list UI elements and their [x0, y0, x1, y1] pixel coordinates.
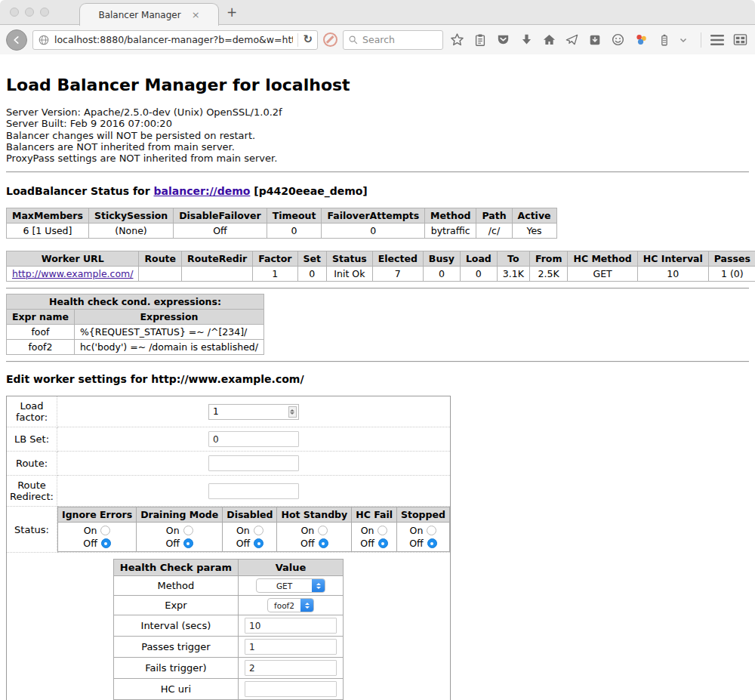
overflow-chevron-icon[interactable]	[679, 31, 689, 49]
ignore-errors-off-radio[interactable]	[101, 538, 111, 548]
column-header: Set	[297, 251, 326, 267]
on-label: On	[410, 525, 424, 536]
expr-name-cell: foof	[7, 325, 75, 340]
column-header: Draining Mode	[137, 507, 223, 523]
column-header: Expr name	[7, 310, 75, 325]
close-tab-icon[interactable]: ×	[192, 9, 200, 20]
on-label: On	[236, 525, 250, 536]
fails-input[interactable]	[245, 660, 337, 676]
column-header: HC Method	[568, 251, 637, 267]
hot-standby-off-radio[interactable]	[319, 538, 328, 548]
column-header: Passes	[708, 251, 755, 267]
on-label: On	[361, 525, 374, 536]
table-cell: 0	[267, 224, 322, 239]
stopped-on-radio[interactable]	[427, 526, 436, 535]
expr-table-title: Health check cond. expressions:	[7, 294, 264, 310]
route-input[interactable]	[208, 455, 299, 471]
expr-name-cell: foof2	[7, 340, 75, 355]
number-stepper-icon[interactable]	[288, 406, 297, 418]
route-redirect-input[interactable]	[208, 483, 299, 499]
health-check-param-table: Health Check param Value Method GET	[113, 559, 344, 700]
ignore-errors-on-radio[interactable]	[100, 526, 110, 535]
edit-worker-form: Load factor: 1 LB Set: Route:	[6, 396, 451, 700]
maximize-window-button[interactable]	[40, 8, 49, 17]
divider	[6, 288, 749, 289]
form-row-load-factor: Load factor: 1	[7, 396, 451, 427]
load-factor-input[interactable]: 1	[208, 404, 299, 420]
form-row-health-check: Health Check param Value Method GET	[7, 553, 451, 700]
home-icon[interactable]	[541, 31, 558, 49]
route-redirect-cell	[57, 476, 451, 507]
stopped-off-radio[interactable]	[427, 538, 437, 548]
reload-button[interactable]: ↻	[303, 34, 313, 45]
status-cell-hot-standby: On Off	[277, 523, 352, 552]
search-bar[interactable]	[343, 30, 443, 50]
hc-uri-label: HC uri	[113, 679, 238, 700]
chat-smiley-icon[interactable]	[609, 31, 627, 49]
interval-input[interactable]	[245, 618, 337, 634]
draining-mode-on-radio[interactable]	[183, 526, 193, 535]
table-title-row: Health check cond. expressions:	[7, 294, 264, 310]
lb-set-input[interactable]	[208, 431, 299, 447]
column-header: Value	[239, 560, 344, 576]
extension-colored-dots-icon[interactable]	[633, 31, 650, 49]
expr-row: foof2 hc('body') =~ /domain is establish…	[7, 340, 264, 355]
worker-url-link[interactable]: http://www.example.com/	[12, 268, 133, 279]
method-select[interactable]: GET	[256, 578, 325, 593]
url-text[interactable]: localhost:8880/balancer-manager?b=demo&w…	[54, 34, 293, 45]
close-window-button[interactable]	[10, 8, 19, 17]
hc-fail-off-radio[interactable]	[378, 538, 388, 548]
disabled-on-radio[interactable]	[254, 526, 263, 535]
divider	[6, 361, 749, 362]
bookmark-star-icon[interactable]	[448, 31, 466, 49]
status-cell-ignore-errors: On Off	[58, 523, 137, 552]
table-cell: 0	[322, 224, 425, 239]
tab-balancer-manager[interactable]: Balancer Manager ×	[79, 3, 219, 26]
table-cell: 0	[423, 267, 460, 282]
minimize-window-button[interactable]	[25, 8, 34, 17]
expr-label: Expr	[113, 596, 238, 615]
table-cell: 6 [1 Used]	[7, 224, 89, 239]
passes-input[interactable]	[245, 639, 337, 655]
disabled-off-radio[interactable]	[254, 538, 263, 548]
menu-hamburger-icon[interactable]	[708, 31, 726, 49]
load-factor-label: Load factor:	[7, 396, 57, 427]
table-cell	[139, 267, 182, 282]
divider	[6, 171, 749, 173]
downloads-icon[interactable]	[517, 31, 535, 49]
table-cell: 7	[372, 267, 423, 282]
new-tab-button[interactable]: +	[226, 5, 237, 20]
back-button[interactable]	[6, 29, 27, 51]
column-header: Load	[460, 251, 497, 267]
page-title: Load Balancer Manager for localhost	[6, 76, 749, 94]
status-cell-hc-fail: On Off	[352, 523, 397, 552]
back-arrow-icon	[11, 35, 22, 45]
expr-select-value: foof2	[268, 601, 300, 610]
expr-select[interactable]: foof2	[267, 598, 314, 612]
url-bar[interactable]: localhost:8880/balancer-manager?b=demo&w…	[32, 30, 318, 50]
hot-standby-on-radio[interactable]	[318, 526, 328, 535]
tab-groups-icon[interactable]	[732, 31, 749, 49]
column-header: HC Fail	[352, 507, 397, 523]
proxypass-note-line: ProxyPass settings are NOT inherited fro…	[6, 153, 749, 164]
method-select-value: GET	[257, 581, 312, 591]
hc-fail-on-radio[interactable]	[378, 526, 387, 535]
persist-note-line: Balancer changes will NOT be persisted o…	[6, 130, 749, 141]
adblock-icon[interactable]	[323, 32, 337, 47]
balancer-demo-link[interactable]: balancer://demo	[154, 185, 251, 197]
draining-mode-off-radio[interactable]	[183, 538, 193, 548]
expr-value-cell: hc('body') =~ /domain is established/	[74, 340, 263, 355]
balancer-status-heading: LoadBalancer Status for balancer://demo …	[6, 185, 749, 197]
save-page-icon[interactable]	[587, 31, 604, 49]
battery-icon[interactable]	[655, 31, 673, 49]
off-label: Off	[300, 538, 314, 549]
hc-uri-input[interactable]	[245, 681, 337, 697]
pocket-icon[interactable]	[495, 31, 512, 49]
reading-list-icon[interactable]	[471, 31, 488, 49]
search-input[interactable]	[362, 34, 430, 45]
hc-row-interval: Interval (secs)	[113, 615, 343, 637]
send-icon[interactable]	[563, 31, 581, 49]
balancer-heading-prefix: LoadBalancer Status for	[6, 185, 154, 197]
balancers-note-line: Balancers are NOT inherited from main se…	[6, 141, 749, 153]
column-header: Worker URL	[7, 251, 139, 267]
